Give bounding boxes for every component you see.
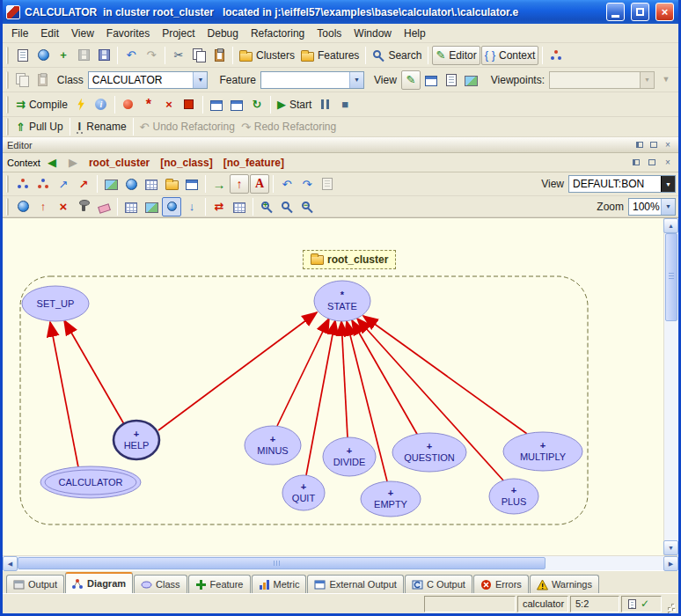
new-view-button[interactable] xyxy=(182,174,201,194)
feature-combobox[interactable]: ▼ xyxy=(260,71,364,89)
chevron-down-icon[interactable]: ▼ xyxy=(661,176,675,192)
finalize-button[interactable]: × xyxy=(159,95,179,114)
tab-errors[interactable]: Errors xyxy=(473,575,529,593)
diagram-canvas[interactable]: SET_UP*STATE+HELPCALCULATOR+MINUS+DIVIDE… xyxy=(3,217,678,555)
inheritance-link[interactable] xyxy=(64,320,124,424)
discover-button[interactable] xyxy=(179,95,199,114)
open-generated-button[interactable] xyxy=(227,95,246,114)
scroll-up-button[interactable]: ▲ xyxy=(663,218,678,233)
forward-history-button[interactable] xyxy=(33,70,53,90)
class-node-QUIT[interactable]: +QUIT xyxy=(282,475,325,510)
class-node-SET_UP[interactable]: SET_UP xyxy=(22,286,89,321)
menu-refactoring[interactable]: Refactoring xyxy=(245,26,311,41)
tab-c-output[interactable]: C Output xyxy=(405,575,472,593)
tab-output[interactable]: Output xyxy=(6,575,64,593)
delete-button[interactable]: × xyxy=(54,197,73,216)
search-button[interactable]: Search xyxy=(370,46,424,65)
menu-edit[interactable]: Edit xyxy=(34,26,65,41)
scroll-right-button[interactable]: ▶ xyxy=(663,556,678,571)
put-center-button[interactable]: ↑ xyxy=(230,174,249,194)
anchor-button[interactable] xyxy=(74,197,93,216)
class-node-QUESTION[interactable]: +QUESTION xyxy=(392,433,466,472)
class-combobox[interactable]: CALCULATOR ▼ xyxy=(88,71,209,89)
maximize-pane-button[interactable] xyxy=(648,139,660,150)
zoom-fit-button[interactable] xyxy=(277,197,297,216)
redo-refactoring-button[interactable]: ↷Redo Refactoring xyxy=(238,117,339,136)
tree-layout-button[interactable] xyxy=(142,197,161,216)
force-layout-toggle[interactable] xyxy=(162,197,181,216)
zoom-out-button[interactable]: − xyxy=(297,197,317,216)
melt-button[interactable] xyxy=(119,95,138,114)
edit-view-button[interactable]: ✎ xyxy=(401,70,421,90)
eraser-button[interactable] xyxy=(94,197,114,216)
class-node-MULTIPLY[interactable]: +MULTIPLY xyxy=(503,432,582,471)
class-tool-button[interactable] xyxy=(13,174,33,194)
snap-grid-button[interactable] xyxy=(230,197,249,216)
undock-pane-button[interactable] xyxy=(633,139,646,150)
save-button[interactable] xyxy=(74,46,93,65)
undo-refactoring-button[interactable]: ↶Undo Refactoring xyxy=(137,117,238,136)
chevron-down-icon[interactable]: ▼ xyxy=(193,72,207,88)
diagram-redo-button[interactable]: ↷ xyxy=(297,174,317,194)
pull-up-button[interactable]: ⇑Pull Up xyxy=(13,117,66,136)
context-class-crumb[interactable]: [no_class] xyxy=(156,157,216,169)
scroll-left-button[interactable]: ◀ xyxy=(3,556,18,571)
toolbar-handle[interactable] xyxy=(6,175,9,193)
context-toggle-button[interactable]: { }Context xyxy=(481,46,539,65)
compile-button[interactable]: ⇉Compile xyxy=(13,95,70,114)
diagram-tool-button[interactable] xyxy=(546,46,566,65)
clusters-button[interactable]: Clusters xyxy=(237,46,297,65)
open-project-button[interactable] xyxy=(33,46,53,65)
paste-button[interactable] xyxy=(209,46,229,65)
jump-to-generated-button[interactable] xyxy=(207,95,226,114)
zoom-combobox[interactable]: 100% ▼ xyxy=(628,198,676,216)
cut-button[interactable]: ✂ xyxy=(169,46,188,65)
undock-pane-button[interactable] xyxy=(630,157,642,168)
rename-button[interactable]: IRename xyxy=(74,117,129,136)
quick-compile-button[interactable] xyxy=(71,95,91,114)
horizontal-scroll-thumb[interactable] xyxy=(18,557,546,569)
freeze-button[interactable]: * xyxy=(139,95,158,114)
new-window-button[interactable] xyxy=(13,46,33,65)
redo-button[interactable]: ↷ xyxy=(142,46,161,65)
start-button[interactable]: ▶Start xyxy=(275,95,314,114)
tab-class[interactable]: Class xyxy=(134,575,187,593)
context-forward-button[interactable]: ▶ xyxy=(63,153,83,172)
text-tool-button[interactable]: A xyxy=(250,174,269,194)
save-all-button[interactable] xyxy=(94,46,114,65)
inheritance-link[interactable] xyxy=(352,320,418,436)
close-pane-button[interactable]: × xyxy=(662,157,674,168)
maximize-button[interactable] xyxy=(631,3,649,21)
layout-button[interactable] xyxy=(121,197,141,216)
close-pane-button[interactable]: × xyxy=(662,139,674,150)
menu-help[interactable]: Help xyxy=(398,26,432,41)
flat-view-button[interactable] xyxy=(442,70,461,90)
diagram-undo-button[interactable]: ↶ xyxy=(277,174,297,194)
viewpoints-combobox[interactable]: ▼ xyxy=(549,71,655,89)
tab-metric[interactable]: Metric xyxy=(252,575,307,593)
context-cluster-crumb[interactable]: root_cluster xyxy=(84,157,154,169)
show-legend-button[interactable] xyxy=(13,197,33,216)
new-item-button[interactable]: + xyxy=(54,46,73,65)
go-to-button[interactable]: → xyxy=(209,174,229,194)
clickable-view-button[interactable] xyxy=(462,70,481,90)
context-feature-crumb[interactable]: [no_feature] xyxy=(219,157,289,169)
class-node-CALCULATOR[interactable]: CALCULATOR xyxy=(40,466,141,498)
vertical-scroll-thumb[interactable] xyxy=(665,233,677,321)
tab-diagram[interactable]: Diagram xyxy=(65,572,133,593)
toolbar-handle[interactable] xyxy=(6,96,9,114)
inheritance-link[interactable] xyxy=(158,312,317,430)
class-node-EMPTY[interactable]: +EMPTY xyxy=(361,481,421,517)
toggle-links-button[interactable]: ⇄ xyxy=(209,197,229,216)
new-tab-button[interactable] xyxy=(421,70,441,90)
class-node-MINUS[interactable]: +MINUS xyxy=(245,426,301,465)
toolbar-handle[interactable] xyxy=(6,198,9,216)
maximize-pane-button[interactable] xyxy=(646,157,658,168)
toolbar-handle[interactable] xyxy=(6,71,9,89)
class-node-DIVIDE[interactable]: +DIVIDE xyxy=(323,437,376,476)
menu-window[interactable]: Window xyxy=(348,26,398,41)
title-bar[interactable]: CALCULATOR in cluster root_cluster locat… xyxy=(3,0,678,24)
inheritance-link-tool-button[interactable]: ↗ xyxy=(74,174,93,194)
undo-button[interactable]: ↶ xyxy=(121,46,141,65)
menu-debug[interactable]: Debug xyxy=(201,26,245,41)
